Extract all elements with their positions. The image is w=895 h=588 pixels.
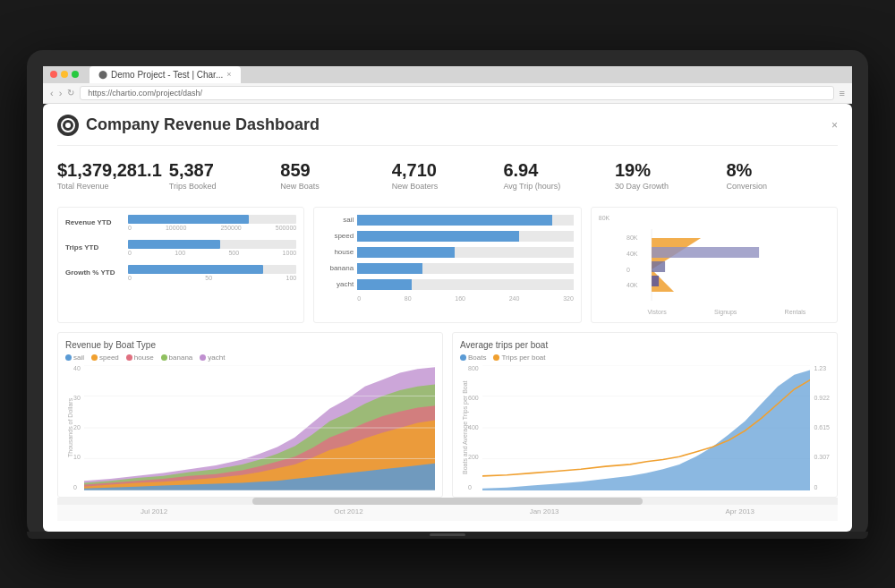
svg-point-1: [65, 123, 71, 128]
funnel-y-top: 80K: [599, 215, 830, 221]
dash-header: Company Revenue Dashboard ×: [57, 115, 838, 146]
timeline-label-jan2013: Jan 2013: [530, 507, 559, 516]
revenue-ytd-label: Revenue YTD: [65, 218, 128, 226]
growth-ytd-bar-fill: [128, 265, 263, 274]
revenue-ytd-axis: 0100000250000500000: [128, 225, 296, 231]
svg-text:80K: 80K: [626, 234, 638, 241]
url-input[interactable]: https://chartio.com/project/dash/: [80, 86, 833, 100]
growth-ytd-row: Growth % YTD 050100: [65, 265, 296, 281]
timeline-axis: Jul 2012 Oct 2012 Jan 2013 Apr 2013: [57, 505, 838, 521]
sail-row: sail: [321, 215, 574, 226]
revenue-area-chart: Revenue by Boat Type sail speed house ba…: [57, 332, 443, 498]
funnel-chart: 80K 80K 40K 0 40K: [591, 207, 838, 323]
kpi-value-revenue: $1,379,281.1: [57, 160, 162, 180]
revenue-y-axis: 403020100: [73, 365, 84, 490]
growth-ytd-bar-container: 050100: [128, 265, 296, 281]
scrollbar[interactable]: [57, 498, 838, 505]
yacht-label: yacht: [321, 280, 357, 288]
kpi-value-avg-trip: 6.94: [503, 160, 608, 180]
timeline-label-apr2013: Apr 2013: [726, 507, 754, 516]
kpi-new-boats: 859 New Boats: [280, 157, 392, 194]
window-controls: [50, 71, 79, 78]
minimize-dot[interactable]: [61, 71, 68, 78]
revenue-area-svg: [84, 365, 435, 490]
speed-bar-bg: [357, 231, 574, 242]
revenue-y-axis-label: Thousands of Dollars: [65, 365, 73, 490]
svg-rect-11: [652, 276, 659, 286]
close-dot[interactable]: [50, 71, 57, 78]
revenue-chart-title: Revenue by Boat Type: [65, 340, 435, 350]
kpi-label-trips: Trips Booked: [169, 182, 274, 191]
menu-icon[interactable]: ≡: [840, 88, 845, 98]
trips-chart-body: Boats and Average Trips per Boat 8006004…: [460, 365, 830, 490]
banana-bar-fill: [357, 263, 422, 274]
refresh-icon[interactable]: ↻: [67, 88, 74, 98]
kpi-total-revenue: $1,379,281.1 Total Revenue: [57, 157, 169, 194]
forward-icon[interactable]: ›: [59, 88, 63, 98]
boat-type-bar-chart: sail speed house: [313, 207, 582, 323]
house-label: house: [321, 248, 357, 256]
monitor-bottom-bar: [27, 532, 868, 539]
kpi-label-revenue: Total Revenue: [57, 182, 162, 191]
speed-bar-fill: [357, 231, 519, 242]
charts-bottom-row: Revenue by Boat Type sail speed house ba…: [57, 332, 838, 498]
legend-item-yacht: yacht: [200, 354, 225, 362]
banana-bar-bg: [357, 263, 574, 274]
kpi-conversion: 8% Conversion: [726, 157, 838, 194]
yacht-bar-fill: [357, 279, 411, 290]
svg-text:40K: 40K: [626, 251, 638, 257]
kpi-value-growth: 19%: [615, 160, 720, 180]
banana-row: banana: [321, 263, 574, 274]
dash-title: Company Revenue Dashboard: [57, 115, 320, 136]
browser-tab[interactable]: ⬤ Demo Project - Test | Char... ×: [90, 66, 241, 83]
revenue-chart-legend: sail speed house banana yacht: [65, 354, 435, 362]
tab-close-icon[interactable]: ×: [226, 70, 231, 79]
legend-item-trips-per-boat: Trips per boat: [493, 354, 545, 362]
monitor-indicator: [430, 533, 465, 536]
avg-trips-chart: Average trips per boat Boats Trips per b…: [452, 332, 838, 498]
kpi-30day-growth: 19% 30 Day Growth: [615, 157, 727, 194]
kpi-label-boats: New Boats: [280, 182, 385, 191]
trips-chart-legend: Boats Trips per boat: [460, 354, 830, 362]
revenue-ytd-bar-container: 0100000250000500000: [128, 215, 296, 231]
dash-logo: [57, 115, 79, 136]
maximize-dot[interactable]: [72, 71, 79, 78]
growth-ytd-label: Growth % YTD: [65, 268, 128, 277]
revenue-ytd-row: Revenue YTD 0100000250000500000: [65, 215, 296, 231]
yacht-row: yacht: [321, 279, 574, 290]
kpi-label-growth: 30 Day Growth: [615, 182, 720, 191]
trips-ytd-row: Trips YTD 01005001000: [65, 240, 296, 256]
kpi-value-boats: 859: [280, 160, 385, 180]
house-bar-fill: [357, 247, 455, 258]
house-row: house: [321, 247, 574, 258]
trips-chart-area: Jul 2012Oct 2012Jan 2013Apr 2013 Week: [482, 365, 811, 490]
house-bar-bg: [357, 247, 574, 258]
growth-ytd-axis: 050100: [128, 275, 296, 281]
kpi-value-boaters: 4,710: [392, 160, 497, 180]
back-icon[interactable]: ‹: [50, 88, 54, 98]
banana-label: banana: [321, 264, 357, 272]
kpi-label-conversion: Conversion: [726, 182, 831, 191]
tab-bar: ⬤ Demo Project - Test | Char... ×: [43, 66, 852, 83]
scroll-thumb[interactable]: [252, 498, 643, 505]
timeline-label-oct2012: Oct 2012: [334, 507, 362, 516]
svg-text:40K: 40K: [626, 282, 638, 288]
trips-area-svg: [482, 365, 811, 490]
funnel-x-labels: Vistors Signups Rentals: [599, 309, 830, 315]
close-button[interactable]: ×: [831, 119, 838, 132]
funnel-label-visitors: Vistors: [647, 309, 666, 315]
yacht-bar-bg: [357, 279, 574, 290]
kpi-avg-trip: 6.94 Avg Trip (hours): [503, 157, 615, 194]
revenue-chart-body: Thousands of Dollars 403020100: [65, 365, 435, 490]
legend-item-sail: sail: [65, 354, 84, 362]
trips-y-axis-right: 1.230.9220.6150.3070: [810, 365, 830, 490]
kpi-value-trips: 5,387: [169, 160, 274, 180]
revenue-ytd-bar-fill: [128, 215, 249, 224]
trips-y-axis-left: 8006004002000: [468, 365, 482, 490]
ytd-bar-chart: Revenue YTD 0100000250000500000 Trips YT…: [57, 207, 304, 323]
trips-ytd-bar-container: 01005001000: [128, 240, 296, 256]
sail-label: sail: [321, 216, 357, 224]
legend-item-speed: speed: [91, 354, 119, 362]
tab-favicon: ⬤: [98, 70, 107, 79]
url-bar: ‹ › ↻ https://chartio.com/project/dash/ …: [43, 83, 852, 104]
